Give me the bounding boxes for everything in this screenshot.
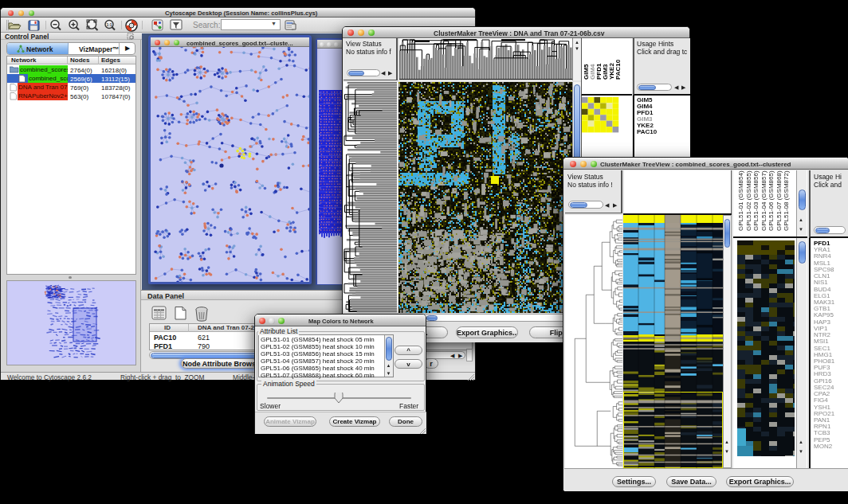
svg-text:GPL51-01 (GSM854): GPL51-01 (GSM854)	[737, 170, 744, 231]
svg-text:1:1: 1:1	[106, 22, 112, 27]
svg-text:GPL51-08 (GSM872): GPL51-08 (GSM872)	[783, 170, 790, 231]
svg-text:PAC10: PAC10	[614, 59, 622, 80]
svg-text:GPL51-04 (GSM857): GPL51-04 (GSM857)	[760, 170, 768, 231]
svg-text:GPL51-06 (GSM865): GPL51-06 (GSM865)	[768, 170, 775, 231]
svg-text:GPL51-03 (GSM856): GPL51-03 (GSM856)	[752, 170, 760, 231]
svg-text:GPL51-07 (GSM868): GPL51-07 (GSM868)	[775, 170, 783, 231]
svg-text:GPL51-02 (GSM855): GPL51-02 (GSM855)	[745, 170, 752, 231]
